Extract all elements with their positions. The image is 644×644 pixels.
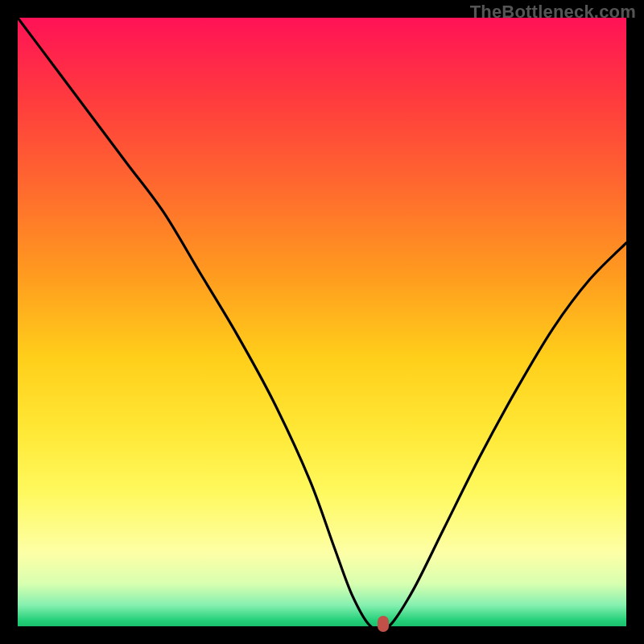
plot-area: [18, 18, 626, 626]
watermark-text: TheBottleneck.com: [470, 2, 636, 23]
optimal-marker: [378, 616, 389, 632]
chart-frame: TheBottleneck.com: [0, 0, 644, 644]
bottleneck-curve: [18, 18, 626, 626]
